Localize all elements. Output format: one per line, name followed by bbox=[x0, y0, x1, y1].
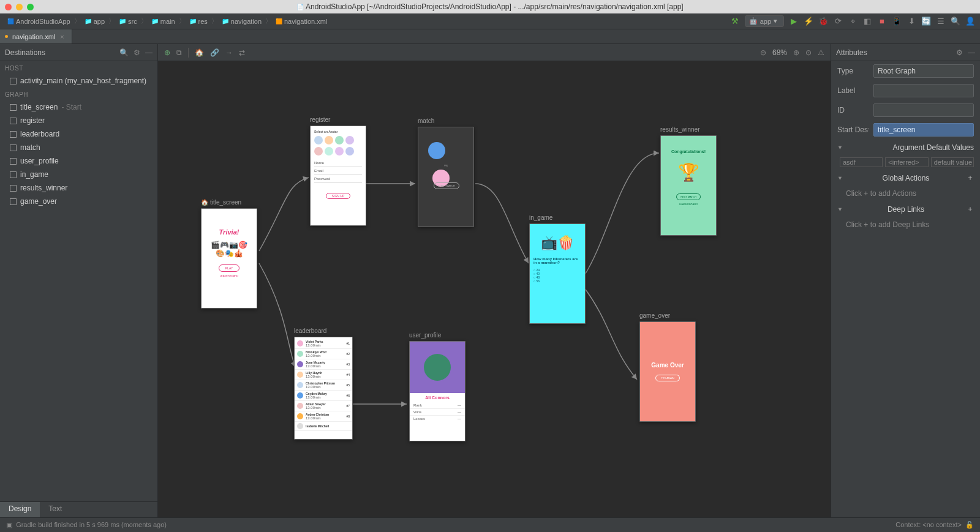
zoom-out-icon[interactable]: ⊖ bbox=[760, 48, 766, 57]
fragment-icon bbox=[10, 131, 17, 138]
window-title: 📄 AndroidStudioApp [~/AndroidStudioProje… bbox=[0, 2, 980, 11]
section-deep-links[interactable]: Deep Links＋ bbox=[831, 200, 980, 218]
dest-leaderboard[interactable]: leaderboard bbox=[0, 127, 157, 141]
dest-user-profile[interactable]: user_profile bbox=[0, 154, 157, 168]
fragment-icon bbox=[10, 198, 17, 205]
editor-tabs: navigation.xml× bbox=[0, 29, 980, 44]
fragment-icon bbox=[10, 158, 17, 165]
add-icon[interactable]: ＋ bbox=[967, 204, 974, 214]
crumb-app[interactable]: app bbox=[82, 17, 107, 26]
debug-icon[interactable]: 🐞 bbox=[818, 17, 828, 26]
node-match[interactable]: match vs START MATCH bbox=[418, 118, 474, 227]
gear-icon[interactable]: ⚙ bbox=[134, 48, 140, 57]
navigation-bar: AndroidStudioApp〉 app〉 src〉 main〉 res〉 n… bbox=[0, 13, 980, 29]
tab-text[interactable]: Text bbox=[40, 502, 70, 517]
graph-section-label: GRAPH bbox=[0, 88, 157, 100]
crumb-project[interactable]: AndroidStudioApp bbox=[5, 17, 73, 26]
search-icon[interactable]: 🔍 bbox=[119, 48, 129, 57]
attr-label-input[interactable] bbox=[873, 84, 974, 97]
tab-navigation-xml[interactable]: navigation.xml× bbox=[0, 29, 72, 43]
status-message: Gradle build finished in 5 s 969 ms (mom… bbox=[16, 521, 167, 528]
lock-icon[interactable]: 🔓 bbox=[965, 521, 974, 528]
profile-icon[interactable]: ⟳ bbox=[833, 17, 843, 26]
stop-icon[interactable]: ■ bbox=[877, 17, 887, 26]
crumb-navigation[interactable]: navigation bbox=[219, 17, 264, 26]
tab-design[interactable]: Design bbox=[0, 502, 40, 517]
fit-icon[interactable]: ⊙ bbox=[805, 48, 812, 57]
host-item[interactable]: activity_main (my_nav_host_fragment) bbox=[0, 74, 157, 88]
dest-results-winner[interactable]: results_winner bbox=[0, 181, 157, 195]
fragment-icon bbox=[10, 118, 17, 124]
hammer-icon[interactable]: ⚒ bbox=[730, 17, 740, 26]
activity-icon bbox=[10, 78, 17, 84]
dest-title-screen[interactable]: title_screen - Start bbox=[0, 100, 157, 114]
home-icon: 🏠 bbox=[201, 199, 208, 206]
arrow-icon[interactable]: → bbox=[225, 48, 233, 57]
attr-type-input[interactable] bbox=[873, 64, 974, 78]
attr-start-label: Start Destination bbox=[837, 126, 869, 134]
fragment-icon bbox=[10, 171, 17, 178]
section-adv[interactable]: Argument Default Values bbox=[831, 140, 980, 155]
attr-label-label: Label bbox=[837, 86, 869, 95]
coverage-icon[interactable]: ◧ bbox=[862, 17, 872, 26]
attr-start-select[interactable] bbox=[873, 123, 974, 137]
dest-register[interactable]: register bbox=[0, 114, 157, 127]
crumb-src[interactable]: src bbox=[116, 17, 140, 26]
crumb-file[interactable]: navigation.xml bbox=[273, 17, 330, 26]
attach-icon[interactable]: ⌖ bbox=[848, 17, 858, 26]
attributes-panel: Attributes ⚙— Type Label ID Start Destin… bbox=[831, 44, 980, 518]
canvas[interactable]: 🏠title_screen Trivia! 🎬🎮📷🎯🎨🎭🎪 PLAY LEADE… bbox=[158, 61, 831, 518]
status-bar: ▣ Gradle build finished in 5 s 969 ms (m… bbox=[0, 517, 980, 532]
add-icon[interactable]: ＋ bbox=[967, 173, 974, 183]
dest-game-over[interactable]: game_over bbox=[0, 195, 157, 208]
node-leaderboard[interactable]: leaderboard Violet Parks13.00min#1 Brook… bbox=[294, 328, 353, 440]
host-section-label: HOST bbox=[0, 61, 157, 74]
fragment-icon bbox=[10, 104, 17, 111]
run-icon[interactable]: ▶ bbox=[789, 17, 799, 26]
node-user-profile[interactable]: user_profile Ali Connors Rank— Wins— Los… bbox=[409, 332, 466, 441]
tool-window-icon[interactable]: ▣ bbox=[6, 521, 12, 528]
warning-icon[interactable]: ⚠ bbox=[818, 48, 824, 57]
main-area: Destinations 🔍 ⚙ — HOST activity_main (m… bbox=[0, 44, 980, 518]
structure-icon[interactable]: ☰ bbox=[936, 17, 946, 26]
titlebar: 📄 AndroidStudioApp [~/AndroidStudioProje… bbox=[0, 0, 980, 13]
nested-graph-icon[interactable]: ⧉ bbox=[176, 48, 182, 57]
dest-match[interactable]: match bbox=[0, 141, 157, 154]
attr-id-label: ID bbox=[837, 106, 869, 114]
context-info: Context: <no context> bbox=[895, 521, 962, 528]
home-icon[interactable]: 🏠 bbox=[195, 48, 204, 57]
crumb-res[interactable]: res bbox=[187, 17, 210, 26]
node-register[interactable]: register Select an Avatar Name Email Pas… bbox=[310, 116, 366, 226]
crumb-main[interactable]: main bbox=[149, 17, 178, 26]
sdk-icon[interactable]: ⬇ bbox=[907, 17, 916, 26]
minimize-panel-icon[interactable]: — bbox=[968, 48, 975, 57]
panel-title: Destinations bbox=[5, 48, 45, 57]
node-title-screen[interactable]: 🏠title_screen Trivia! 🎬🎮📷🎯🎨🎭🎪 PLAY LEADE… bbox=[201, 199, 257, 309]
navigation-editor: ⊕ ⧉ 🏠 🔗 → ⇄ ⊖ 68% ⊕ ⊙ ⚠ bbox=[158, 44, 831, 518]
node-in-game[interactable]: in_game 📺🍿 How many kilometers are in a … bbox=[529, 214, 586, 324]
add-destination-icon[interactable]: ⊕ bbox=[164, 48, 170, 57]
sync-icon[interactable]: 🔄 bbox=[921, 17, 931, 26]
avd-icon[interactable]: 📱 bbox=[892, 17, 902, 26]
deep-links-hint: Click + to add Deep Links bbox=[831, 218, 980, 231]
fragment-icon bbox=[10, 185, 17, 192]
minimize-panel-icon[interactable]: — bbox=[145, 48, 153, 57]
zoom-in-icon[interactable]: ⊕ bbox=[793, 48, 799, 57]
node-game-over[interactable]: game_over Game Over TRY AGAIN bbox=[639, 312, 696, 422]
section-global-actions[interactable]: Global Actions＋ bbox=[831, 169, 980, 187]
auto-arrange-icon[interactable]: ⇄ bbox=[239, 48, 245, 57]
attr-id-input[interactable] bbox=[873, 103, 974, 117]
gear-icon[interactable]: ⚙ bbox=[956, 48, 963, 57]
dest-in-game[interactable]: in_game bbox=[0, 168, 157, 181]
fragment-icon bbox=[10, 144, 17, 151]
close-tab-icon[interactable]: × bbox=[60, 33, 64, 40]
link-icon[interactable]: 🔗 bbox=[210, 48, 219, 57]
instant-run-icon[interactable]: ⚡ bbox=[804, 17, 813, 26]
zoom-level: 68% bbox=[772, 48, 787, 57]
node-results-winner[interactable]: results_winner Congratulations! 🏆 NEXT M… bbox=[660, 126, 717, 236]
search-icon[interactable]: 🔍 bbox=[951, 17, 960, 26]
avatar-icon[interactable]: 👤 bbox=[965, 17, 975, 26]
run-config-select[interactable]: 🤖 app ▾ bbox=[745, 15, 784, 27]
editor-mode-tabs: Design Text bbox=[0, 501, 158, 517]
breadcrumb: AndroidStudioApp〉 app〉 src〉 main〉 res〉 n… bbox=[5, 17, 330, 26]
